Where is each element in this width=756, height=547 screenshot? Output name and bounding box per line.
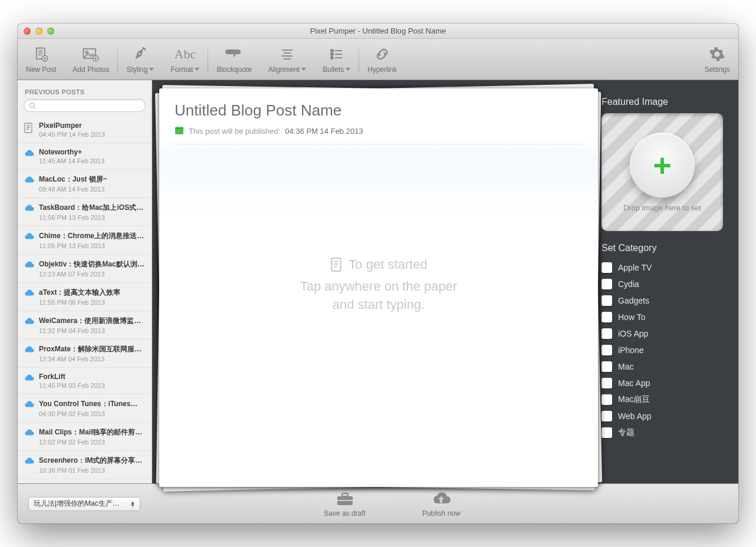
category-item[interactable]: Gadgets [601,292,723,309]
publish-schedule[interactable]: This post will be published: 04:36 PM 14… [175,126,583,144]
close-button[interactable] [24,28,31,35]
add-photos-button[interactable]: Add Photos [73,45,109,74]
post-date: 11:05 PM 13 Feb 2013 [39,242,146,249]
dropzone-caption: Drop image here to set [623,203,701,212]
post-title: Mail Clips：Mail独享的邮件剪… [39,427,146,437]
post-date: 04:45 PM 14 Feb 2013 [39,131,146,138]
post-item[interactable]: Mail Clips：Mail独享的邮件剪…12:02 PM 02 Feb 20… [18,423,152,451]
cloud-icon [24,429,34,439]
category-label: Apple TV [618,263,652,272]
styling-button[interactable]: Styling [126,45,154,74]
category-label: Mac App [618,378,650,388]
cloud-icon [24,261,34,271]
category-checkbox[interactable] [601,345,612,355]
post-date: 12:23 AM 07 Feb 2013 [39,271,146,278]
gear-icon [709,45,725,63]
category-checkbox[interactable] [601,328,612,339]
chevron-down-icon [195,68,199,71]
publish-now-button[interactable]: Publish now [422,490,461,518]
category-checkbox[interactable] [601,394,612,405]
search-icon [29,102,36,109]
category-label: How To [618,312,645,322]
post-date: 04:30 PM 02 Feb 2013 [39,410,146,417]
category-label: Cydia [618,279,639,289]
category-checkbox[interactable] [601,427,612,438]
featured-image-dropzone[interactable]: + Drop image here to set [601,113,723,231]
category-checkbox[interactable] [601,295,612,306]
cloud-icon [24,149,34,160]
category-label: Mac崩豆 [618,394,650,405]
post-date: 11:45 PM 03 Feb 2013 [39,382,146,389]
post-title: aText：提高文本输入效率 [39,288,146,298]
cloud-icon [24,400,34,411]
category-checkbox[interactable] [601,312,612,322]
traffic-lights [18,28,54,35]
category-checkbox[interactable] [601,378,612,388]
category-item[interactable]: iPhone [601,342,723,358]
category-checkbox[interactable] [601,361,612,372]
toolbar-separator [359,47,359,73]
format-button[interactable]: Abc Format [170,45,199,74]
post-title: WeiCamera：使用新浪微博监… [39,316,146,326]
post-title-input[interactable]: Untitled Blog Post Name [175,101,583,120]
post-item[interactable]: You Control Tunes：iTunes…04:30 PM 02 Feb… [18,394,152,423]
footer-bar: 玩儿法|增强你的Mac生产… ▲▼ Save as draft Publish … [18,483,738,523]
post-item[interactable]: Screenhero：IM式的屏幕分享…10:38 PM 01 Feb 2013 [18,451,152,479]
search-input[interactable] [24,99,146,112]
app-window: Pixel Pumper - Untitled Blog Post Name N… [18,24,738,523]
post-item[interactable]: TaskBoard：给Mac加上iOS式…11:56 PM 13 Feb 201… [18,198,152,226]
category-item[interactable]: Apple TV [601,259,723,276]
category-item[interactable]: 专题 [601,424,723,441]
category-item[interactable]: Mac App [601,375,723,391]
post-item[interactable]: aText：提高文本输入效率11:55 PM 06 Feb 2013 [18,283,152,311]
minimize-button[interactable] [35,28,42,35]
post-item[interactable]: PixelPumper04:45 PM 14 Feb 2013 [18,117,152,143]
category-item[interactable]: Mac [601,358,723,375]
post-item[interactable]: WeiCamera：使用新浪微博监…11:32 PM 04 Feb 2013 [18,311,152,340]
editor-area: Untitled Blog Post Name This post will b… [152,80,738,483]
svg-rect-40 [337,500,353,501]
category-item[interactable]: iOS App [601,325,723,342]
post-date: 12:34 AM 04 Feb 2013 [39,355,146,363]
bullets-button[interactable]: Bullets [323,45,350,74]
svg-line-25 [34,107,35,108]
category-checkbox[interactable] [601,411,612,421]
new-post-button[interactable]: New Post [26,45,56,74]
post-item[interactable]: ProxMate：解除米国互联网服…12:34 AM 04 Feb 2013 [18,340,152,368]
blockquote-button[interactable]: Blockquote [216,45,251,74]
titlebar: Pixel Pumper - Untitled Blog Post Name [18,24,738,39]
post-item[interactable]: Chime：Chrome上的消息推送…11:05 PM 13 Feb 2013 [18,226,152,255]
category-checkbox[interactable] [601,279,612,289]
post-date: 11:45 AM 14 Feb 2013 [39,157,146,164]
post-item[interactable]: MacLoc：Just 锁屏~09:48 AM 14 Feb 2013 [18,170,152,198]
post-item[interactable]: ForkLift11:45 PM 03 Feb 2013 [18,368,152,394]
cloud-icon [24,232,34,243]
post-item[interactable]: Noteworthy+11:45 AM 14 Feb 2013 [18,143,152,170]
post-item[interactable]: Objektiv：快速切换Mac默认浏…12:23 AM 07 Feb 2013 [18,255,152,283]
save-draft-button[interactable]: Save as draft [324,490,366,518]
editor-paper[interactable]: Untitled Blog Post Name This post will b… [159,88,598,487]
hyperlink-button[interactable]: Hyperlink [367,45,397,74]
category-item[interactable]: Mac崩豆 [601,391,723,408]
format-icon: Abc [175,45,196,63]
svg-point-8 [86,51,88,53]
settings-button[interactable]: Settings [705,45,730,74]
category-item[interactable]: Web App [601,408,723,424]
post-title: PixelPumper [39,121,146,130]
svg-point-18 [331,50,333,52]
category-item[interactable]: Cydia [601,276,723,292]
note-icon [330,257,343,272]
category-checkbox[interactable] [601,262,612,273]
cloud-icon [24,345,34,356]
cloud-icon [24,457,34,467]
category-item[interactable]: How To [601,309,723,325]
svg-point-12 [139,52,140,54]
calendar-icon [175,126,184,137]
zoom-button[interactable] [47,28,54,35]
toolbar-separator [208,47,208,73]
alignment-button[interactable]: Alignment [268,45,306,74]
previous-posts-sidebar: PREVIOUS POSTS PixelPumper04:45 PM 14 Fe… [18,80,152,483]
chevron-down-icon [346,68,350,71]
add-image-button[interactable]: + [630,133,695,197]
blog-select[interactable]: 玩儿法|增强你的Mac生产… ▲▼ [28,497,140,511]
